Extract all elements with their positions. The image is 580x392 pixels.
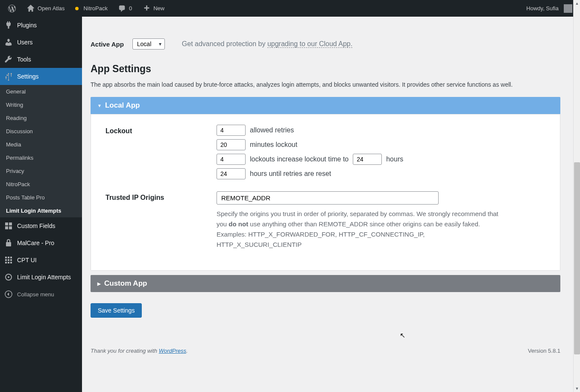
- plus-icon: [142, 4, 151, 13]
- submenu-privacy[interactable]: Privacy: [0, 164, 82, 178]
- main-content: Active App Local Get advanced protection…: [82, 33, 580, 392]
- comment-icon: [118, 4, 126, 13]
- wrench-icon: [4, 55, 13, 64]
- collapse-icon: [4, 290, 13, 298]
- trusted-ip-help: Specify the origins you trust in order o…: [217, 209, 507, 250]
- lockouts-hours-text: hours: [386, 155, 403, 163]
- scroll-up-icon[interactable]: ▲: [574, 0, 580, 7]
- accordion-local-app: ▼ Local App Lockout allowed retries minu…: [91, 97, 560, 271]
- lockout-label: Lockout: [105, 125, 217, 183]
- sidebar-item-cpt-ui[interactable]: CPT UI: [0, 252, 82, 269]
- scroll-down-icon[interactable]: ▼: [574, 385, 580, 392]
- submenu-permalinks[interactable]: Permalinks: [0, 151, 82, 164]
- submenu-writing[interactable]: Writing: [0, 98, 82, 111]
- protection-text: Get advanced protection by upgrading to …: [182, 40, 352, 48]
- submenu-general[interactable]: General: [0, 85, 82, 98]
- lock-icon: [4, 239, 13, 247]
- target-icon: [4, 273, 13, 281]
- avatar-icon: [564, 4, 572, 13]
- allowed-retries-input[interactable]: [217, 125, 246, 136]
- active-app-row: Active App Local Get advanced protection…: [91, 33, 560, 56]
- sidebar-item-custom-fields[interactable]: Custom Fields: [0, 217, 82, 234]
- active-app-label: Active App: [91, 41, 124, 48]
- collapse-menu[interactable]: Collapse menu: [0, 286, 82, 303]
- lockouts-increase-text: lockouts increase lockout time to: [250, 155, 349, 163]
- allowed-retries-text: allowed retries: [250, 126, 294, 134]
- accordion-custom-app: ▶ Custom App: [91, 275, 560, 292]
- trusted-ip-input[interactable]: [217, 191, 439, 205]
- new-content-link[interactable]: New: [138, 0, 169, 17]
- site-name: Open Atlas: [38, 5, 65, 12]
- sidebar-item-limit-login[interactable]: Limit Login Attempts: [0, 269, 82, 286]
- lockouts-hours-input[interactable]: [353, 154, 382, 165]
- squares-icon: [4, 256, 13, 264]
- wordpress-link[interactable]: WordPress: [159, 348, 186, 354]
- scroll-thumb[interactable]: [574, 162, 580, 354]
- admin-sidebar: Plugins Users Tools Settings General Wri…: [0, 17, 82, 392]
- sliders-icon: [4, 72, 13, 81]
- accordion-header-local[interactable]: ▼ Local App: [91, 97, 560, 114]
- status-dot-icon: [75, 7, 79, 10]
- sidebar-item-plugins[interactable]: Plugins: [0, 17, 82, 34]
- submenu-posts-table-pro[interactable]: Posts Table Pro: [0, 191, 82, 204]
- chevron-right-icon: ▶: [97, 281, 101, 286]
- plugin-icon: [4, 21, 13, 29]
- reset-hours-input[interactable]: [217, 168, 246, 179]
- submenu-discussion[interactable]: Discussion: [0, 125, 82, 138]
- submenu-reading[interactable]: Reading: [0, 111, 82, 125]
- upgrade-cloud-link[interactable]: upgrading to our Cloud App.: [267, 40, 352, 48]
- admin-footer: Thank you for creating with WordPress. V…: [91, 343, 560, 358]
- lockouts-count-input[interactable]: [217, 154, 246, 165]
- sidebar-item-tools[interactable]: Tools: [0, 51, 82, 68]
- grid-icon: [4, 222, 13, 230]
- home-icon: [26, 4, 35, 13]
- sidebar-item-malcare[interactable]: MalCare - Pro: [0, 234, 82, 252]
- submenu-media[interactable]: Media: [0, 138, 82, 151]
- wp-logo-menu[interactable]: [3, 0, 21, 17]
- sidebar-item-users[interactable]: Users: [0, 34, 82, 51]
- sidebar-item-settings[interactable]: Settings: [0, 68, 82, 85]
- settings-submenu: General Writing Reading Discussion Media…: [0, 85, 82, 217]
- page-description: The app absorbs the main load caused by …: [91, 80, 560, 89]
- reset-text: hours until retries are reset: [250, 170, 331, 178]
- svg-point-1: [8, 276, 9, 278]
- my-account-link[interactable]: Howdy, Sufia: [522, 0, 577, 17]
- minutes-lockout-text: minutes lockout: [250, 141, 297, 149]
- nitropack-link[interactable]: NitroPack: [71, 0, 112, 17]
- users-icon: [4, 38, 13, 47]
- admin-bar: Open Atlas NitroPack 0 New Howdy, Sufia: [0, 0, 580, 17]
- active-app-select[interactable]: Local: [132, 38, 165, 50]
- version-text: Version 5.8.1: [528, 348, 560, 354]
- site-name-link[interactable]: Open Atlas: [22, 0, 69, 17]
- submenu-nitropack[interactable]: NitroPack: [0, 178, 82, 191]
- submenu-limit-login-attempts[interactable]: Limit Login Attempts: [0, 204, 82, 217]
- minutes-lockout-input[interactable]: [217, 139, 246, 150]
- accordion-header-custom[interactable]: ▶ Custom App: [91, 275, 560, 292]
- page-title: App Settings: [91, 63, 560, 75]
- scrollbar[interactable]: ▲ ▼: [573, 0, 580, 392]
- comments-link[interactable]: 0: [114, 0, 136, 17]
- chevron-down-icon: ▼: [97, 103, 102, 108]
- trusted-ip-label: Trusted IP Origins: [105, 191, 217, 250]
- save-settings-button[interactable]: Save Settings: [91, 303, 142, 318]
- wordpress-icon: [8, 4, 16, 13]
